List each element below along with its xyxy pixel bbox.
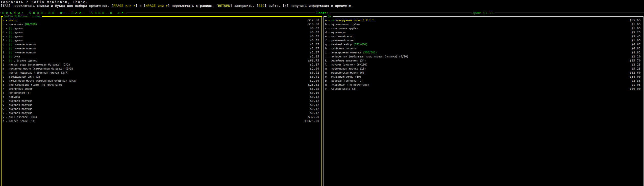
item-key: b - — [325, 23, 331, 26]
list-item[interactable]: k - желейные витамины (34)$35.70 — [325, 59, 641, 63]
list-item[interactable]: f - || одеяло$0.62 — [3, 39, 319, 43]
item-label: l - чистая вода (пластиковая бутылка) (2… — [3, 63, 70, 67]
item-key: k - — [325, 59, 331, 62]
list-item[interactable]: w - пуховая подушка$0.12 — [3, 107, 319, 111]
list-item[interactable]: h - || пуховое одеяло$1.87 — [3, 47, 319, 51]
item-label: k - желейные витамины (34) — [325, 59, 366, 63]
item-name: антисептик (небольшая пластиковая бутылк… — [331, 55, 408, 58]
item-key: a - — [325, 19, 331, 22]
item-key: b - — [3, 23, 9, 26]
item-label: w - пуховая подушка — [3, 107, 32, 111]
item-key: d - — [3, 31, 9, 34]
debt-label: Долг $1.25 — [472, 11, 495, 15]
list-item[interactable]: j - антисептик (небольшая пластиковая бу… — [325, 55, 641, 59]
item-name: чистая вода (пластиковая бутылка) (2/2) — [9, 63, 70, 66]
list-item[interactable]: m - полынное масло (стеклянная бутылка) … — [3, 67, 319, 71]
item-label: m - кофеиновая жвачка (10) — [325, 67, 366, 71]
help-segment: [ — [111, 4, 113, 8]
item-label: d - мультитул — [325, 30, 345, 35]
list-item[interactable]: l - кокаин (зиплок) (6/100)$3.25 — [325, 63, 641, 67]
list-item[interactable]: q - «Хавамал» (не прочитано)$1.05 — [325, 83, 641, 87]
item-key: e - — [3, 35, 9, 38]
list-item[interactable]: p - тимьяновое масло (стеклянная бутылка… — [3, 79, 319, 83]
help-segment: ] — [168, 4, 170, 8]
item-key: h - — [3, 47, 9, 50]
list-item[interactable]: u - пуховая подушка$0.12 — [3, 99, 319, 103]
item-price: $1.87 — [310, 43, 319, 47]
item-price: $0.12 — [310, 95, 319, 99]
list-item[interactable]: d - || одеяло$0.62 — [3, 30, 319, 35]
help-segment: PPAGE или < — [113, 4, 136, 8]
item-prefix: || — [9, 31, 14, 34]
item-price: $5.25 — [631, 30, 641, 35]
item-price: $6.67 — [631, 43, 641, 47]
list-item[interactable]: o - самодельный бинт (3)$0.41 — [3, 75, 319, 79]
list-item[interactable]: x - пуховая подушка$0.12 — [3, 111, 319, 115]
list-item[interactable]: v - пуховая подушка$0.12 — [3, 103, 319, 107]
list-item[interactable]: o - мультивитамины (80)$84.00 — [325, 75, 641, 79]
help-segment: ESC — [258, 4, 264, 8]
item-label: q - The Cleansing Flame (не прочитано) — [3, 83, 62, 87]
item-price: $1.05 — [631, 83, 641, 87]
list-item[interactable]: e - охотничий нож$9.45 — [325, 35, 641, 39]
item-name: мультитул — [331, 31, 345, 34]
list-item[interactable]: q - The Cleansing Flame (не прочитано)$2… — [3, 83, 319, 87]
item-price: $0.12 — [310, 99, 319, 103]
list-item[interactable]: g - || пуховое одеяло$1.87 — [3, 43, 319, 47]
item-label: e - охотничий нож — [325, 35, 352, 39]
list-item[interactable]: k - || стёганое одеяло$68.75 — [3, 59, 319, 63]
item-price: $0.62 — [310, 35, 319, 39]
item-key: j - — [3, 55, 9, 58]
item-name: одеяло — [14, 27, 23, 30]
item-key: q - — [3, 83, 9, 86]
list-item[interactable]: c - || одеяло$0.62 — [3, 26, 319, 30]
item-label: i - || пуховое одеяло — [3, 51, 36, 55]
list-item[interactable]: i - || пуховое одеяло$1.87 — [3, 51, 319, 55]
item-price: $6.82 — [631, 47, 641, 51]
list-item[interactable]: c - стеклянная трубка$1.05 — [325, 26, 641, 30]
item-price: $2.00 — [310, 67, 319, 71]
list-item[interactable]: a - ++ одноручный топор C.R.I.T.$55.65 — [325, 18, 641, 22]
list-item[interactable]: l - чистая вода (пластиковая бутылка) (2… — [3, 63, 319, 67]
list-item[interactable]: z - Golden Scale (53)$1325.00 — [3, 119, 319, 123]
list-item[interactable]: m - кофеиновая жвачка (10)$5.25 — [325, 67, 641, 71]
list-item[interactable]: h - сапёрная лопатка$6.82 — [325, 47, 641, 51]
item-name: металлолом (8) — [9, 91, 31, 95]
item-price: $84.00 — [630, 75, 641, 79]
list-item[interactable]: a - посох$12.50 — [3, 18, 319, 22]
item-name: желейные витамины (34) — [331, 59, 366, 62]
list-item[interactable]: r - amorphous amber$6.25 — [3, 87, 319, 91]
item-prefix: || — [9, 55, 14, 58]
list-item[interactable]: e - || одеяло$0.62 — [3, 35, 319, 39]
item-key: t - — [3, 95, 9, 99]
item-label: g - швейный набор (241/400) — [325, 43, 367, 47]
list-item[interactable]: t - подушка$0.12 — [3, 95, 319, 99]
item-name: кофеиновая жвачка (10) — [331, 67, 366, 70]
item-prefix: || — [9, 47, 14, 50]
list-item[interactable]: j - || руна$1.25 — [3, 55, 319, 59]
item-price: $32.50 — [308, 115, 319, 119]
item-price: $1.05 — [631, 26, 641, 30]
item-label: o - мультивитамины (80) — [325, 75, 361, 79]
list-item[interactable]: n - пряная медовуха (глиняная миска) (3/… — [3, 71, 319, 75]
list-item[interactable]: y - dull essence (104)$32.50 — [3, 115, 319, 119]
list-item[interactable]: p - розовая таблетка (9)$2.36 — [325, 79, 641, 83]
list-item[interactable]: i - электронная отмычка (300/300)$8.82 — [325, 51, 641, 55]
item-label: d - || одеяло — [3, 30, 23, 35]
list-item[interactable]: b - курительная трубка$1.05 — [325, 22, 641, 26]
list-item[interactable]: r - Golden Scale (2)$50.00 — [325, 87, 641, 91]
list-item[interactable]: b - зажигалка (84/100)$10.50 — [3, 22, 319, 26]
item-key: f - — [3, 39, 9, 42]
list-item[interactable]: g - швейный набор (241/400)$6.67 — [325, 43, 641, 47]
item-price: $6.25 — [310, 87, 319, 91]
item-price: $0.62 — [310, 26, 319, 30]
list-item[interactable]: d - мультитул$5.25 — [325, 30, 641, 35]
item-label: y - dull essence (104) — [3, 115, 37, 119]
item-key: p - — [3, 79, 9, 82]
item-name: пуховая подушка — [9, 103, 32, 107]
list-item[interactable]: f - резиновый шланг$1.05 — [325, 39, 641, 43]
item-name: розовая таблетка (9) — [331, 79, 363, 82]
list-item[interactable]: s - металлолом (8)$0.10 — [3, 91, 319, 95]
item-price: $0.10 — [310, 91, 319, 95]
list-item[interactable]: n - медицинская марля (6)$12.60 — [325, 71, 641, 75]
